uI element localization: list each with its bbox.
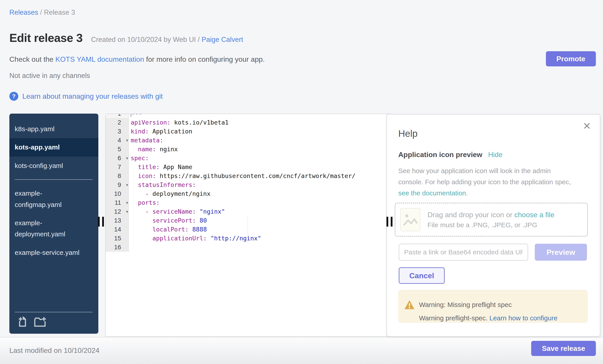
chevron-down-icon[interactable]: ▾ bbox=[126, 136, 128, 145]
line-number: 5 bbox=[106, 145, 129, 154]
warning-triangle-icon bbox=[404, 300, 415, 310]
file-group-divider bbox=[15, 179, 93, 180]
code-text: kind: Application bbox=[129, 127, 389, 136]
icon-dropzone[interactable]: Drag and drop your icon or choose a file… bbox=[395, 203, 588, 237]
icon-preview-section-title: Application icon preview bbox=[398, 151, 482, 159]
chevron-down-icon[interactable]: ▾ bbox=[126, 154, 128, 163]
question-circle-icon: ? bbox=[9, 92, 18, 101]
sidebar-item-k8s-app-yaml[interactable]: k8s-app.yaml bbox=[9, 120, 98, 138]
drag-handle-icon[interactable] bbox=[386, 217, 394, 227]
help-panel: ✕ Help Application icon preview Hide See… bbox=[386, 114, 600, 337]
code-line[interactable]: 14 localPort: 8888 bbox=[106, 225, 389, 234]
code-line[interactable]: 7 title: App Name bbox=[106, 163, 389, 172]
choose-file-link[interactable]: choose a file bbox=[514, 211, 555, 219]
drop-text: Drag and drop your icon or bbox=[428, 211, 514, 219]
image-icon bbox=[400, 208, 420, 231]
sidebar-item-example-service-yaml[interactable]: example-service.yaml bbox=[9, 243, 98, 262]
line-number: 16 bbox=[106, 243, 129, 252]
sidebar-item-example-deployment-yaml[interactable]: example-deployment.yaml bbox=[9, 214, 98, 243]
code-text: spec: bbox=[129, 154, 389, 163]
code-text: servicePort: 80 bbox=[129, 216, 389, 225]
docs-line: Check out the KOTS YAML documentation fo… bbox=[9, 55, 265, 64]
close-icon[interactable]: ✕ bbox=[583, 121, 591, 131]
hide-link[interactable]: Hide bbox=[488, 151, 502, 159]
code-line[interactable]: 16 bbox=[106, 243, 389, 252]
promote-button[interactable]: Promote bbox=[546, 51, 596, 66]
preflight-warning-box: Warning: Missing preflight spec Warning … bbox=[398, 290, 588, 323]
sidebar-footer bbox=[15, 312, 93, 330]
sidebar-item-kots-app-yaml[interactable]: kots-app.yaml bbox=[9, 138, 98, 156]
line-number: 12▾ bbox=[106, 207, 129, 216]
see-documentation-link[interactable]: see the documentation bbox=[398, 189, 466, 197]
folder-plus-icon[interactable] bbox=[34, 316, 46, 328]
save-release-button[interactable]: Save release bbox=[531, 341, 596, 356]
code-line[interactable]: 5 name: nginx bbox=[106, 145, 389, 154]
line-number: 6▾ bbox=[106, 154, 129, 163]
last-modified-text: Last modified on 10/10/2024 bbox=[9, 346, 99, 355]
chevron-down-icon[interactable]: ▾ bbox=[126, 180, 128, 189]
code-lines: 1---2apiVersion: kots.io/v1beta13kind: A… bbox=[106, 114, 389, 252]
kots-yaml-docs-link[interactable]: KOTS YAML documentation bbox=[55, 55, 144, 63]
line-number: 1 bbox=[106, 114, 129, 118]
chevron-down-icon[interactable]: ▾ bbox=[126, 198, 128, 207]
code-line[interactable]: 15 applicationUrl: "http://nginx" bbox=[106, 234, 389, 243]
line-number: 15 bbox=[106, 234, 129, 243]
sidebar-item-kots-config-yaml[interactable]: kots-config.yaml bbox=[9, 157, 98, 175]
code-line[interactable]: 3kind: Application bbox=[106, 127, 389, 136]
file-name: kots-config.yaml bbox=[15, 160, 63, 171]
code-line[interactable]: 6▾spec: bbox=[106, 154, 389, 163]
line-number: 13 bbox=[106, 216, 129, 225]
drop-file-types: File must be a .PNG, .JPEG, or .JPG bbox=[428, 221, 554, 229]
code-line[interactable]: 12▾ - serviceName: "nginx" bbox=[106, 207, 389, 216]
preview-button[interactable]: Preview bbox=[535, 244, 587, 261]
code-line[interactable]: 10 - deployment/nginx bbox=[106, 189, 389, 198]
code-text: --- bbox=[129, 114, 389, 118]
code-line[interactable]: 8 icon: https://raw.githubusercontent.co… bbox=[106, 172, 389, 180]
git-releases-link[interactable]: Learn about managing your releases with … bbox=[22, 92, 163, 100]
warning-detail: Warning preflight-spec. Learn how to con… bbox=[419, 314, 557, 322]
sidebar-item-example-configmap-yaml[interactable]: example-configmap.yaml bbox=[9, 184, 98, 214]
indent-guide bbox=[247, 216, 248, 243]
footer-bar: Last modified on 10/10/2024 bbox=[0, 337, 603, 364]
file-plus-icon[interactable] bbox=[18, 316, 27, 328]
icon-url-input[interactable] bbox=[399, 244, 528, 261]
breadcrumb-releases-link[interactable]: Releases bbox=[9, 9, 38, 16]
file-name: example-configmap.yaml bbox=[15, 188, 82, 210]
file-group-kots: k8s-app.yamlkots-app.yamlkots-config.yam… bbox=[9, 120, 98, 175]
code-text: statusInformers: bbox=[129, 180, 389, 189]
code-line[interactable]: 11▾ ports: bbox=[106, 198, 389, 207]
yaml-code-editor[interactable]: 1---2apiVersion: kots.io/v1beta13kind: A… bbox=[105, 114, 389, 337]
learn-configure-link[interactable]: Learn how to configure bbox=[489, 314, 557, 322]
line-number: 14 bbox=[106, 225, 129, 234]
line-number: 11▾ bbox=[106, 198, 129, 207]
code-text: - deployment/nginx bbox=[129, 189, 389, 198]
code-text: - serviceName: "nginx" bbox=[129, 207, 389, 216]
cancel-button[interactable]: Cancel bbox=[399, 267, 445, 284]
title-row: Edit release 3 Created on 10/10/2024 by … bbox=[9, 31, 243, 44]
code-text: applicationUrl: "http://nginx" bbox=[129, 234, 389, 243]
drag-handle-icon[interactable] bbox=[97, 217, 105, 227]
line-number: 10 bbox=[106, 189, 129, 198]
code-line[interactable]: 2apiVersion: kots.io/v1beta1 bbox=[106, 118, 389, 127]
line-number: 2 bbox=[106, 118, 129, 127]
created-text: Created on 10/10/2024 by Web UI / bbox=[91, 36, 202, 44]
code-line[interactable]: 9▾ statusInformers: bbox=[106, 180, 389, 189]
code-text: title: App Name bbox=[129, 163, 389, 172]
code-line[interactable]: 1--- bbox=[106, 114, 389, 118]
chevron-down-icon[interactable]: ▾ bbox=[126, 207, 128, 216]
line-number: 4▾ bbox=[106, 136, 129, 145]
code-text bbox=[129, 243, 389, 252]
description-line: console. For help adding your icon to th… bbox=[398, 176, 571, 188]
page-title: Edit release 3 bbox=[9, 31, 82, 44]
code-line[interactable]: 4▾metadata: bbox=[106, 136, 389, 145]
created-line: Created on 10/10/2024 by Web UI / Paige … bbox=[91, 36, 243, 44]
docs-prefix: Check out the bbox=[9, 55, 55, 63]
author-link[interactable]: Paige Calvert bbox=[202, 36, 243, 44]
channel-status: Not active in any channels bbox=[9, 72, 90, 80]
breadcrumb-current: Release 3 bbox=[44, 9, 75, 16]
code-text: icon: https://raw.githubusercontent.com/… bbox=[129, 172, 389, 180]
warning-title: Warning: Missing preflight spec bbox=[419, 301, 512, 309]
description-line: See how your application icon will look … bbox=[398, 165, 571, 176]
code-line[interactable]: 13 servicePort: 80 bbox=[106, 216, 389, 225]
docs-suffix: for more info on configuring your app. bbox=[144, 55, 265, 63]
